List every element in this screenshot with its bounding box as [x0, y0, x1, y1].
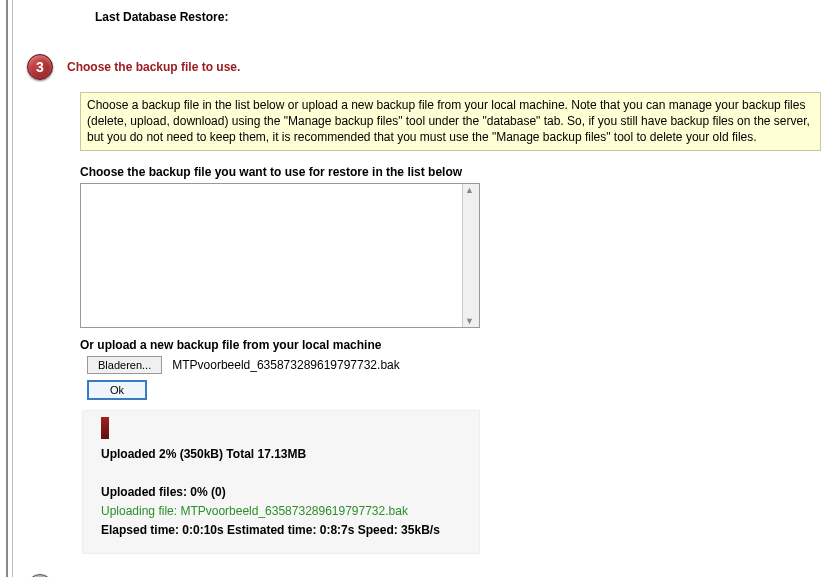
- uploading-file-line: Uploading file: MTPvoorbeeld_63587328961…: [101, 502, 461, 521]
- upload-progress-bar: [101, 417, 109, 439]
- selected-filename: MTPvoorbeeld_635873289619797732.bak: [172, 358, 400, 372]
- ok-button[interactable]: Ok: [87, 380, 147, 400]
- browse-button[interactable]: Bladeren...: [87, 356, 162, 374]
- last-db-restore-label: Last Database Restore:: [95, 10, 821, 24]
- step-3-badge: 3: [27, 54, 53, 80]
- choose-file-list-label: Choose the backup file you want to use f…: [80, 165, 821, 179]
- step-4-badge: 4: [27, 574, 53, 578]
- uploaded-files-line: Uploaded files: 0% (0): [101, 483, 461, 502]
- step-3-header: 3 Choose the backup file to use.: [27, 54, 821, 80]
- upload-summary: Uploaded 2% (350kB) Total 17.13MB: [101, 445, 461, 464]
- backup-file-listbox[interactable]: [80, 183, 480, 328]
- listbox-scrollbar[interactable]: [462, 184, 479, 327]
- step-4-header: 4 Choose the backup set to use.: [27, 574, 821, 578]
- step-3-info-box: Choose a backup file in the list below o…: [80, 92, 821, 151]
- upload-new-file-label: Or upload a new backup file from your lo…: [80, 338, 821, 352]
- step-3-title: Choose the backup file to use.: [67, 60, 240, 74]
- timing-line: Elapsed time: 0:0:10s Estimated time: 0:…: [101, 521, 461, 540]
- upload-progress-panel: Uploaded 2% (350kB) Total 17.13MB Upload…: [82, 410, 480, 554]
